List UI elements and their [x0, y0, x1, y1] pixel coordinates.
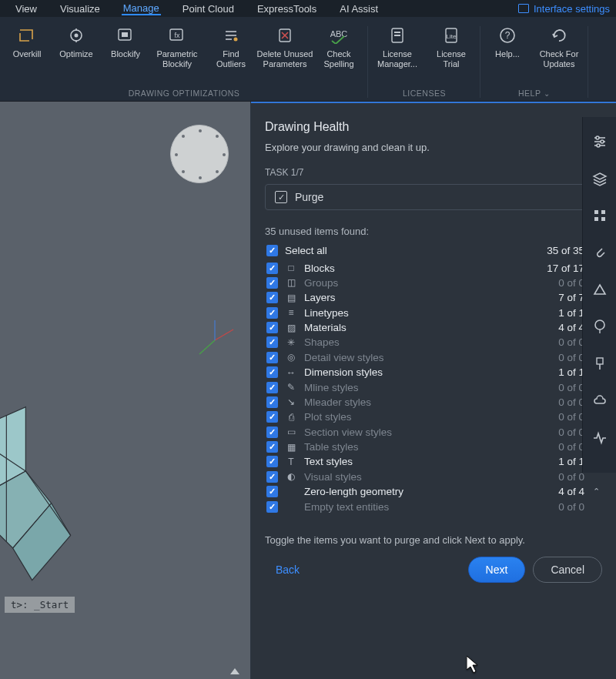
current-task-name: Purge	[295, 191, 323, 203]
chevron-up-icon[interactable]: ⌃	[591, 487, 601, 497]
purge-checkbox[interactable]	[266, 336, 278, 348]
ribbon-group-label: LICENSES	[403, 86, 446, 101]
purge-list: Select all 35 of 35 □Blocks17 of 17⌃◫Gro…	[265, 243, 602, 514]
menu-view[interactable]: View	[14, 3, 38, 15]
ribbon-find-button[interactable]: Find Outliers	[206, 23, 256, 69]
ribbon-delete-unused-button[interactable]: Delete Unused Parameters	[260, 23, 310, 69]
category-icon: ▦	[285, 442, 297, 453]
optimize-icon	[65, 25, 88, 46]
purge-checkbox[interactable]	[266, 382, 278, 393]
brush-icon[interactable]	[591, 354, 609, 373]
overkill-icon	[15, 25, 38, 46]
ribbon-check-button[interactable]: ABCCheck Spelling	[314, 23, 363, 69]
purge-row-label: Visual styles	[304, 471, 551, 483]
purge-checkbox[interactable]	[266, 456, 278, 467]
ribbon-btn-label: Help...	[495, 49, 520, 59]
purge-row-label: Mleader styles	[304, 396, 551, 408]
ribbon-overkill-button[interactable]: Overkill	[5, 23, 49, 69]
purge-row-count: 1 of 1	[558, 307, 584, 319]
ribbon-help--button[interactable]: ?Help...	[485, 23, 530, 69]
delete-unused-icon	[273, 25, 296, 46]
purge-row-dimension-styles: ↔Dimension styles1 of 1⌃	[265, 365, 602, 380]
menu-visualize[interactable]: Visualize	[59, 3, 102, 15]
ribbon-license-button[interactable]: LiteLicense Trial	[427, 23, 476, 69]
ribbon-optimize-button[interactable]: Optimize	[54, 23, 99, 69]
category-icon: ◫	[285, 277, 297, 288]
purge-row-count: 0 of 0	[558, 441, 584, 453]
ribbon: OverkillOptimizeBlockifyfxParametric Blo…	[0, 17, 616, 102]
purge-row-shapes: ✳Shapes0 of 0⌃	[265, 335, 602, 350]
purge-checkbox[interactable]	[266, 501, 278, 513]
viewport-3d[interactable]: t>: _Start	[0, 102, 251, 679]
purge-row-label: Empty text entities	[304, 501, 551, 513]
next-button[interactable]: Next	[468, 557, 526, 583]
category-icon: ▤	[285, 293, 297, 303]
purge-checkbox[interactable]	[266, 441, 278, 453]
purge-checkbox[interactable]	[266, 277, 278, 289]
settings-sliders-icon[interactable]	[591, 132, 609, 151]
purge-row-text-styles: TText styles1 of 1⌃	[265, 454, 602, 469]
triangle-icon[interactable]	[591, 280, 609, 299]
purge-checkbox[interactable]	[266, 292, 278, 303]
ribbon-btn-label: Delete Unused Parameters	[257, 49, 313, 69]
command-line[interactable]: t>: _Start	[5, 597, 75, 613]
ribbon-check-for-button[interactable]: Check For Updates	[534, 23, 584, 69]
purge-checkbox[interactable]	[266, 426, 278, 438]
ribbon-btn-label: License Trial	[437, 49, 466, 69]
purge-row-table-styles: ▦Table styles0 of 0⌃	[265, 440, 602, 454]
layers-icon[interactable]	[591, 169, 609, 188]
svg-marker-44	[594, 285, 605, 294]
purge-checkbox[interactable]	[266, 396, 278, 408]
interface-settings-label: Interface settings	[534, 3, 610, 15]
ribbon-parametric-button[interactable]: fxParametric Blockify	[152, 23, 202, 69]
svg-point-38	[597, 144, 600, 147]
activity-icon[interactable]	[591, 428, 609, 447]
purge-checkbox[interactable]	[266, 322, 278, 333]
select-all-count: 35 of 35	[547, 245, 584, 256]
attach-icon[interactable]	[591, 243, 609, 262]
purge-row-groups: ◫Groups0 of 0⌃	[265, 276, 602, 290]
purge-checkbox[interactable]	[266, 352, 278, 363]
purge-row-plot-styles: ⎙Plot styles0 of 0⌃	[265, 410, 602, 424]
cancel-button[interactable]: Cancel	[533, 557, 602, 583]
grid-icon[interactable]	[591, 206, 609, 225]
cloud-icon[interactable]	[591, 391, 609, 410]
viewcube-compass[interactable]	[170, 125, 229, 183]
purge-row-blocks: □Blocks17 of 17⌃	[265, 260, 602, 275]
ribbon-group-licenses: License Manager...LiteLicense TrialLICEN…	[368, 23, 480, 101]
purge-row-count: 0 of 0	[558, 396, 584, 408]
purge-row-label: Section view styles	[304, 426, 551, 438]
purge-checkbox[interactable]	[266, 471, 278, 483]
svg-point-1	[75, 34, 79, 38]
purge-row-count: 0 of 0	[558, 336, 584, 348]
back-button[interactable]: Back	[265, 559, 310, 580]
menu-ai-assist[interactable]: AI Assist	[338, 3, 380, 15]
purge-checkbox[interactable]	[266, 486, 278, 497]
select-all-checkbox[interactable]	[266, 245, 278, 256]
ribbon-license-button[interactable]: License Manager...	[373, 23, 422, 69]
menu-point-cloud[interactable]: Point Cloud	[181, 3, 236, 15]
category-icon: ▨	[285, 323, 297, 333]
purge-checkbox[interactable]	[266, 307, 278, 319]
balloon-icon[interactable]	[591, 317, 609, 336]
ribbon-blockify-button[interactable]: Blockify	[103, 23, 148, 69]
interface-settings-link[interactable]: Interface settings	[518, 3, 610, 15]
purge-checkbox[interactable]	[266, 263, 278, 274]
svg-rect-5	[122, 32, 128, 37]
menubar: View Visualize Manage Point Cloud Expres…	[0, 0, 616, 17]
axis-gizmo	[192, 317, 238, 363]
select-all-label: Select all	[285, 245, 540, 256]
command-expand-icon[interactable]	[230, 668, 239, 674]
purge-row-label: Layers	[304, 292, 551, 303]
purge-checkbox[interactable]	[266, 411, 278, 423]
svg-rect-41	[601, 210, 605, 214]
menu-manage[interactable]: Manage	[122, 2, 161, 15]
purge-row-materials: ▨Materials4 of 4⌃	[265, 320, 602, 335]
purge-checkbox[interactable]	[266, 366, 278, 378]
purge-row-count: 0 of 0	[558, 471, 584, 483]
svg-line-31	[199, 340, 215, 354]
purge-row-count: 4 of 4	[558, 322, 584, 333]
panel-title: Drawing Health	[265, 120, 602, 134]
svg-rect-18	[394, 35, 400, 36]
menu-expresstools[interactable]: ExpressTools	[256, 3, 318, 15]
